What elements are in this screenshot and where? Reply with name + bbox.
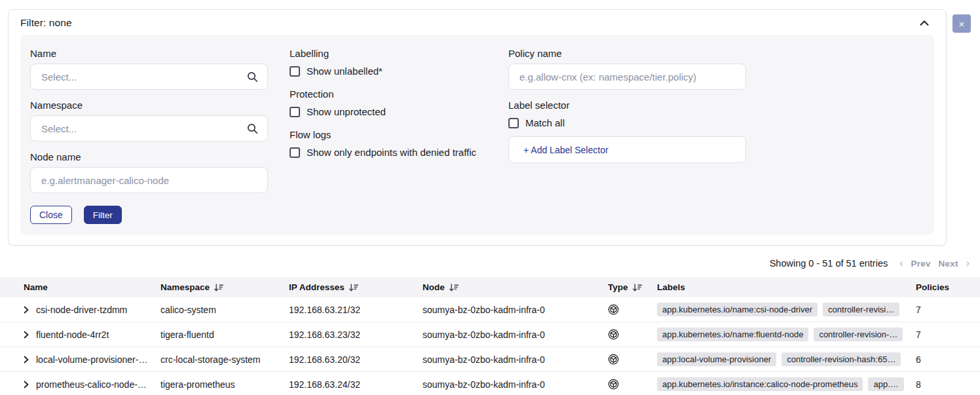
col-header-policies: Policies [916,282,980,292]
match-all-label: Match all [525,117,565,128]
collapse-filter-button[interactable] [917,18,932,29]
filter-title: Filter: none [20,17,72,29]
endpoint-name[interactable]: local-volume-provisioner-… [36,354,147,365]
col-header-type[interactable]: Type [608,282,657,292]
node-name-field[interactable] [30,167,268,193]
show-unprotected-checkbox[interactable] [290,107,300,117]
endpoint-node: soumya-bz-0zbo-kadm-infra-0 [423,379,608,390]
pod-icon [608,354,619,365]
filter-overlay: Filter: none Name Namespace [0,0,980,246]
endpoint-name[interactable]: fluentd-node-4rr2t [36,329,109,340]
label-chip[interactable]: controller-revision-hash:65… [782,352,901,366]
sort-icon[interactable] [633,284,642,292]
endpoint-name-cell: local-volume-provisioner-… [0,354,160,365]
label-chip[interactable]: app.kubernetes.io/name:fluentd-node [657,328,808,341]
table-row: csi-node-driver-tzdmm calico-system 192.… [0,297,980,322]
name-field-label: Name [30,48,268,59]
endpoints-table: Name Namespace IP Addresses Node Type La… [0,277,980,395]
close-button[interactable]: Close [30,206,72,224]
endpoint-node: soumya-bz-0zbo-kadm-infra-0 [423,329,608,340]
filter-col-2: Labelling Show unlabelled* Protection Sh… [290,48,487,170]
col-label: Labels [657,282,685,292]
showing-entries-text: Showing 0 - 51 of 51 entries [770,258,888,269]
filter-col-3: Policy name Label selector Match all + A… [508,48,746,163]
endpoint-name-cell: csi-node-driver-tzdmm [0,305,160,315]
endpoint-name-cell: prometheus-calico-node-… [0,379,160,390]
policy-name-field[interactable] [508,64,746,90]
label-chip[interactable]: app.kubernetes.io/name:csi-node-driver [657,303,818,316]
endpoint-node: soumya-bz-0zbo-kadm-infra-0 [423,305,608,315]
pod-icon [608,329,619,340]
pod-icon [608,304,619,315]
add-label-selector-button[interactable]: + Add Label Selector [508,136,746,163]
endpoint-name[interactable]: prometheus-calico-node-… [36,379,147,390]
endpoint-type-cell [608,354,657,365]
search-icon [247,123,258,134]
namespace-select[interactable] [30,115,268,141]
endpoint-policies-count: 7 [916,329,980,340]
show-unlabelled-checkbox[interactable] [290,66,300,77]
endpoint-type-cell [608,304,657,315]
endpoint-node: soumya-bz-0zbo-kadm-infra-0 [423,354,608,365]
endpoint-ip: 192.168.63.23/32 [289,329,423,340]
endpoint-policies-count: 8 [916,379,980,390]
endpoint-ip: 192.168.63.24/32 [289,379,423,390]
close-panel-button[interactable]: × [952,14,971,33]
table-row: local-volume-provisioner-… crc-local-sto… [0,347,980,372]
expand-row-icon[interactable] [24,306,29,314]
endpoint-labels-cell: app:local-volume-provisioner controller-… [657,352,916,366]
node-name-input[interactable] [41,175,258,186]
label-chip[interactable]: app.… [868,377,903,391]
col-header-namespace[interactable]: Namespace [160,282,289,292]
col-label: Type [608,282,628,292]
expand-row-icon[interactable] [24,381,29,388]
endpoint-labels-cell: app.kubernetes.io/instance:calico-node-p… [657,377,916,391]
sort-icon[interactable] [449,284,459,292]
chevron-up-icon [920,20,929,26]
col-header-node[interactable]: Node [423,282,608,292]
sort-icon[interactable] [349,284,358,292]
show-unprotected-label: Show unprotected [307,106,386,117]
col-label: IP Addresses [289,282,345,292]
expand-row-icon[interactable] [24,356,29,364]
endpoint-namespace: calico-system [160,305,289,315]
denied-traffic-checkbox[interactable] [290,147,300,158]
label-chip[interactable]: app.kubernetes.io/instance:calico-node-p… [657,377,863,391]
sort-icon[interactable] [214,284,223,292]
filter-form: Name Namespace Node name [20,35,934,235]
table-header-row: Name Namespace IP Addresses Node Type La… [0,277,980,297]
pagination-bar: Showing 0 - 51 of 51 entries ‹ Prev Next… [0,246,980,277]
endpoint-type-cell [608,329,657,340]
label-chip[interactable]: controller-revision-… [814,328,903,341]
namespace-field-label: Namespace [30,100,268,111]
endpoint-name[interactable]: csi-node-driver-tzdmm [36,305,127,315]
node-name-field-label: Node name [30,151,268,162]
col-label: Name [24,282,48,292]
col-header-labels: Labels [657,282,916,292]
endpoint-name-cell: fluentd-node-4rr2t [0,329,160,340]
col-label: Node [423,282,445,292]
match-all-checkbox[interactable] [508,118,519,128]
denied-traffic-label: Show only endpoints with denied traffic [307,147,476,158]
filter-col-1: Name Namespace Node name [30,48,268,224]
endpoint-ip: 192.168.63.21/32 [289,305,423,315]
label-chip[interactable]: app:local-volume-provisioner [657,352,776,366]
endpoint-labels-cell: app.kubernetes.io/name:csi-node-driver c… [657,303,916,316]
show-unlabelled-label: Show unlabelled* [307,66,383,77]
chevron-left-icon[interactable]: ‹ [899,257,903,269]
namespace-select-input[interactable] [41,123,247,134]
label-chip[interactable]: controller-revisi… [823,303,899,316]
col-header-ip-addresses[interactable]: IP Addresses [289,282,423,292]
endpoint-namespace: tigera-prometheus [160,379,289,390]
expand-row-icon[interactable] [24,331,29,339]
endpoint-ip: 192.168.63.20/32 [289,354,423,365]
policy-name-input[interactable] [519,71,736,83]
table-row: fluentd-node-4rr2t tigera-fluentd 192.16… [0,322,980,347]
endpoint-labels-cell: app.kubernetes.io/name:fluentd-node cont… [657,328,916,341]
filter-button[interactable]: Filter [84,206,122,224]
prev-page-button[interactable]: Prev [911,259,931,269]
name-select-input[interactable] [41,71,247,83]
chevron-right-icon[interactable]: › [966,257,970,269]
name-select[interactable] [30,64,268,90]
next-page-button[interactable]: Next [939,259,958,269]
